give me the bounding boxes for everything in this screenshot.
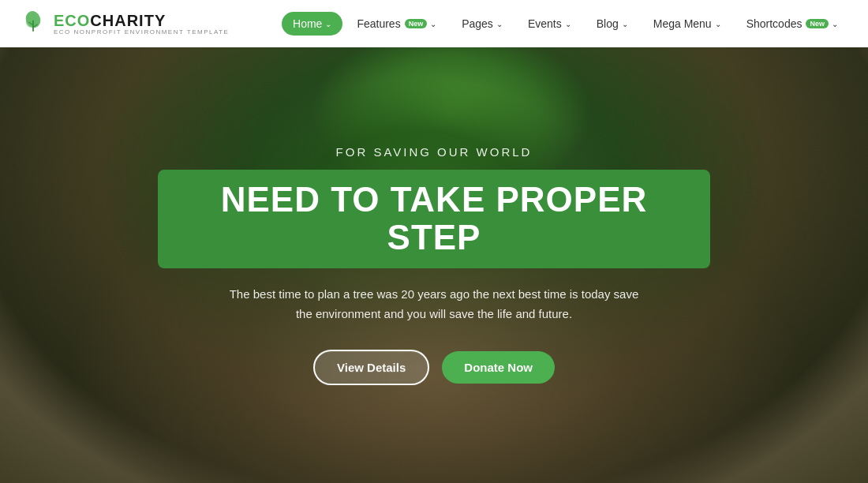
nav-item-pages[interactable]: Pages ⌄ <box>451 12 514 36</box>
hero-description: The best time to plan a tree was 20 year… <box>229 284 639 324</box>
nav-label-home: Home <box>293 17 322 30</box>
chevron-down-icon: ⌄ <box>496 20 503 28</box>
nav-item-blog[interactable]: Blog ⌄ <box>586 12 639 36</box>
logo-eco: ECO <box>54 12 90 29</box>
eco-leaf-icon <box>19 9 47 38</box>
shortcodes-badge: New <box>806 19 829 28</box>
chevron-down-icon: ⌄ <box>622 20 628 28</box>
logo[interactable]: ECOCHARITY ECO NONPROFIT ENVIRONMENT TEM… <box>19 9 229 38</box>
logo-subtitle: ECO NONPROFIT ENVIRONMENT TEMPLATE <box>54 29 229 36</box>
chevron-down-icon: ⌄ <box>565 20 571 28</box>
chevron-down-icon: ⌄ <box>325 20 331 28</box>
logo-text: ECOCHARITY ECO NONPROFIT ENVIRONMENT TEM… <box>54 12 229 36</box>
donate-now-button[interactable]: Donate Now <box>442 351 555 384</box>
nav-links: Home ⌄ Features New ⌄ Pages ⌄ Events ⌄ B… <box>282 12 849 36</box>
nav-label-events: Events <box>528 17 562 30</box>
chevron-down-icon: ⌄ <box>430 20 436 28</box>
nav-label-blog: Blog <box>597 17 619 30</box>
hero-content: FOR SAVING OUR WORLD NEED TO TAKE PROPER… <box>158 145 710 385</box>
view-details-button[interactable]: View Details <box>313 350 429 385</box>
nav-label-shortcodes: Shortcodes <box>746 17 803 30</box>
chevron-down-icon: ⌄ <box>715 20 721 28</box>
nav-item-shortcodes[interactable]: Shortcodes New ⌄ <box>735 12 849 36</box>
hero-title-wrapper: NEED TO TAKE PROPER STEP <box>158 170 710 268</box>
nav-item-home[interactable]: Home ⌄ <box>282 12 342 36</box>
hero-title: NEED TO TAKE PROPER STEP <box>183 181 685 257</box>
hero-section: FOR SAVING OUR WORLD NEED TO TAKE PROPER… <box>0 47 868 483</box>
logo-charity: CHARITY <box>90 12 166 29</box>
hero-buttons: View Details Donate Now <box>158 350 710 385</box>
nav-label-features: Features <box>357 17 400 30</box>
nav-item-events[interactable]: Events ⌄ <box>517 12 582 36</box>
nav-label-mega-menu: Mega Menu <box>653 17 712 30</box>
navbar: ECOCHARITY ECO NONPROFIT ENVIRONMENT TEM… <box>0 0 868 47</box>
nav-item-features[interactable]: Features New ⌄ <box>346 12 447 36</box>
nav-item-mega-menu[interactable]: Mega Menu ⌄ <box>642 12 732 36</box>
features-badge: New <box>405 19 428 28</box>
chevron-down-icon: ⌄ <box>832 20 838 28</box>
nav-label-pages: Pages <box>462 17 493 30</box>
hero-subtitle: FOR SAVING OUR WORLD <box>158 145 710 159</box>
